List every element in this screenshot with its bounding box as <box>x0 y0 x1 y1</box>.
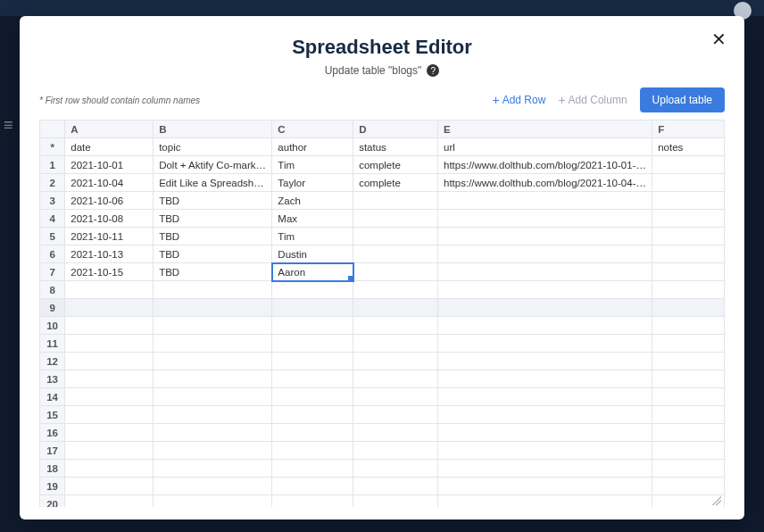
cell[interactable]: 2021-10-13 <box>65 245 154 263</box>
cell[interactable] <box>65 281 154 299</box>
cell[interactable] <box>652 192 725 210</box>
row-number[interactable]: 1 <box>40 156 65 174</box>
cell[interactable] <box>272 299 353 317</box>
row-number[interactable]: 17 <box>40 442 65 460</box>
header-cell[interactable]: status <box>353 138 438 156</box>
cell[interactable] <box>652 460 725 478</box>
corner-cell[interactable] <box>40 121 65 138</box>
cell[interactable]: Max <box>272 210 353 228</box>
cell[interactable] <box>353 388 438 406</box>
cell[interactable]: 2021-10-08 <box>65 210 154 228</box>
cell[interactable] <box>272 281 353 299</box>
cell[interactable]: 2021-10-15 <box>65 263 154 281</box>
cell[interactable] <box>438 245 652 263</box>
cell[interactable] <box>438 478 652 495</box>
row-header-star[interactable]: * <box>40 138 65 156</box>
cell[interactable] <box>652 406 725 424</box>
row-number[interactable]: 18 <box>40 460 65 478</box>
cell[interactable] <box>272 442 353 460</box>
cell[interactable] <box>353 192 438 210</box>
row-number[interactable]: 15 <box>40 406 65 424</box>
cell[interactable] <box>438 263 652 281</box>
cell[interactable] <box>154 353 272 370</box>
column-header[interactable]: E <box>438 121 652 138</box>
cell[interactable] <box>65 317 154 335</box>
row-number[interactable]: 8 <box>40 281 65 299</box>
cell[interactable] <box>154 388 272 406</box>
cell[interactable] <box>154 281 272 299</box>
cell[interactable]: TBD <box>154 228 272 245</box>
cell[interactable] <box>438 335 652 353</box>
cell[interactable] <box>353 335 438 353</box>
cell[interactable] <box>438 388 652 406</box>
cell[interactable]: Tim <box>272 228 353 245</box>
row-number[interactable]: 19 <box>40 478 65 495</box>
cell[interactable] <box>353 299 438 317</box>
cell[interactable] <box>652 174 725 192</box>
cell[interactable] <box>65 335 154 353</box>
row-number[interactable]: 10 <box>40 317 65 335</box>
cell[interactable] <box>353 406 438 424</box>
cell[interactable] <box>353 317 438 335</box>
cell[interactable]: complete <box>353 156 438 174</box>
cell[interactable] <box>154 299 272 317</box>
resize-handle[interactable] <box>712 496 721 505</box>
row-number[interactable]: 14 <box>40 388 65 406</box>
cell[interactable] <box>438 299 652 317</box>
row-number[interactable]: 20 <box>40 495 65 508</box>
cell[interactable] <box>652 245 725 263</box>
cell[interactable] <box>438 495 652 508</box>
cell[interactable] <box>272 335 353 353</box>
cell[interactable] <box>154 317 272 335</box>
cell[interactable] <box>652 388 725 406</box>
cell[interactable] <box>652 210 725 228</box>
cell[interactable] <box>652 156 725 174</box>
cell[interactable] <box>65 299 154 317</box>
cell[interactable] <box>272 317 353 335</box>
cell[interactable]: 2021-10-04 <box>65 174 154 192</box>
cell[interactable]: 2021-10-01 <box>65 156 154 174</box>
cell[interactable] <box>272 460 353 478</box>
row-number[interactable]: 4 <box>40 210 65 228</box>
cell[interactable] <box>353 353 438 370</box>
add-row-button[interactable]: + Add Row <box>492 94 545 106</box>
cell[interactable] <box>652 299 725 317</box>
row-number[interactable]: 6 <box>40 245 65 263</box>
cell[interactable] <box>438 281 652 299</box>
cell[interactable] <box>154 335 272 353</box>
cell[interactable]: Tim <box>272 156 353 174</box>
cell[interactable] <box>353 370 438 388</box>
cell[interactable] <box>154 495 272 508</box>
cell[interactable] <box>652 353 725 370</box>
cell[interactable] <box>353 245 438 263</box>
header-cell[interactable]: url <box>438 138 652 156</box>
cell[interactable] <box>65 388 154 406</box>
cell[interactable] <box>272 406 353 424</box>
header-cell[interactable]: author <box>272 138 353 156</box>
header-cell[interactable]: notes <box>652 138 725 156</box>
upload-table-button[interactable]: Upload table <box>640 87 725 112</box>
cell[interactable] <box>652 478 725 495</box>
header-cell[interactable]: topic <box>154 138 272 156</box>
cell[interactable] <box>438 353 652 370</box>
cell[interactable] <box>65 442 154 460</box>
row-number[interactable]: 9 <box>40 299 65 317</box>
cell[interactable] <box>154 478 272 495</box>
cell[interactable]: Zach <box>272 192 353 210</box>
spreadsheet-table[interactable]: ABCDEF*datetopicauthorstatusurlnotes 120… <box>39 120 725 507</box>
cell[interactable] <box>353 495 438 508</box>
cell[interactable] <box>65 424 154 442</box>
row-number[interactable]: 2 <box>40 174 65 192</box>
cell[interactable] <box>652 317 725 335</box>
cell[interactable]: TBD <box>154 192 272 210</box>
cell[interactable] <box>65 370 154 388</box>
cell[interactable] <box>65 478 154 495</box>
row-number[interactable]: 11 <box>40 335 65 353</box>
column-header[interactable]: F <box>652 121 725 138</box>
cell[interactable] <box>438 460 652 478</box>
cell[interactable]: Dustin <box>272 245 353 263</box>
cell[interactable] <box>272 495 353 508</box>
column-header[interactable]: D <box>353 121 438 138</box>
row-number[interactable]: 16 <box>40 424 65 442</box>
cell[interactable] <box>154 442 272 460</box>
